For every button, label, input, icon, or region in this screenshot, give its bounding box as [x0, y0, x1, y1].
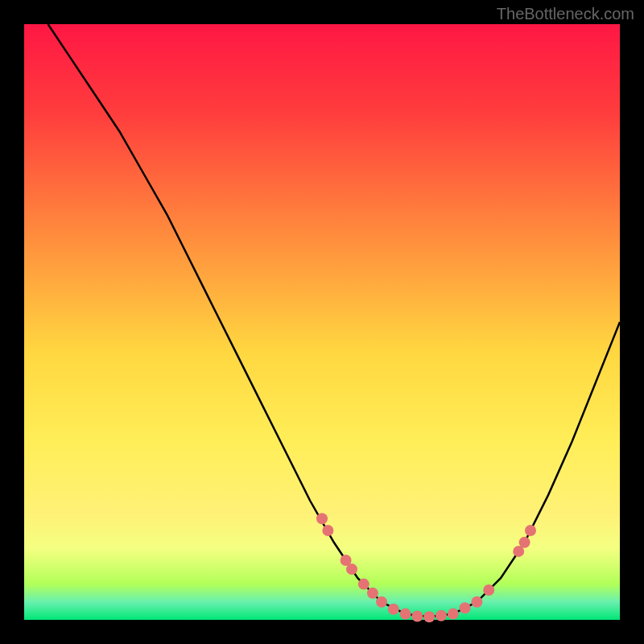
data-point: [388, 604, 399, 615]
data-point: [376, 597, 387, 608]
data-point: [358, 579, 369, 590]
data-point: [525, 525, 536, 536]
data-point: [460, 602, 471, 613]
watermark-text: TheBottleneck.com: [497, 5, 634, 23]
data-point: [483, 584, 494, 596]
data-point: [400, 609, 411, 620]
data-point: [448, 609, 459, 620]
data-point: [436, 610, 447, 621]
data-point: [316, 513, 328, 524]
data-point: [423, 611, 435, 622]
bottleneck-chart: [0, 0, 644, 644]
data-point: [471, 597, 482, 608]
chart-container: TheBottleneck.com: [0, 0, 644, 644]
data-point: [367, 588, 378, 599]
data-point: [322, 525, 333, 536]
data-point: [411, 611, 423, 622]
data-point: [346, 564, 357, 575]
data-point: [519, 537, 530, 548]
